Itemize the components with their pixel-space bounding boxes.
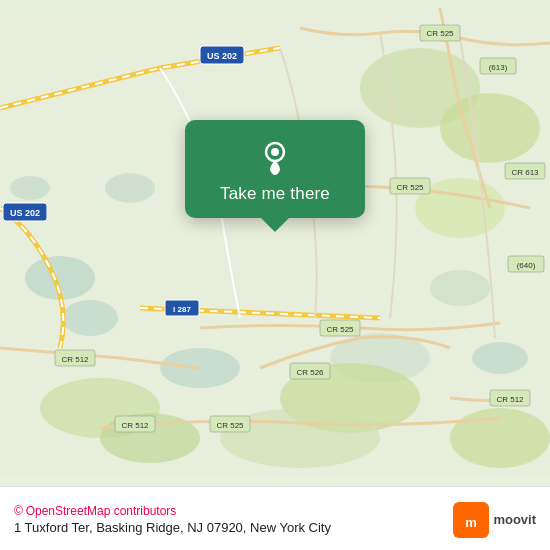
copyright-symbol: © [14, 504, 23, 518]
svg-text:CR 526: CR 526 [296, 368, 324, 377]
map-background: US 202 US 202 CR 525 (613) CR 525 CR 613… [0, 0, 550, 486]
svg-text:CR 525: CR 525 [396, 183, 424, 192]
address-label: 1 Tuxford Ter, Basking Ridge, NJ 07920, … [14, 520, 331, 535]
svg-point-10 [440, 93, 540, 163]
osm-text: OpenStreetMap contributors [26, 504, 177, 518]
svg-point-2 [62, 300, 118, 336]
svg-point-48 [271, 148, 279, 156]
osm-credit: © OpenStreetMap contributors [14, 504, 331, 518]
bottom-left-info: © OpenStreetMap contributors 1 Tuxford T… [14, 504, 331, 535]
take-me-there-label: Take me there [220, 184, 330, 204]
app-container: US 202 US 202 CR 525 (613) CR 525 CR 613… [0, 0, 550, 550]
svg-text:CR 512: CR 512 [121, 421, 149, 430]
svg-text:CR 525: CR 525 [216, 421, 244, 430]
location-pin-icon [256, 138, 294, 176]
map-area: US 202 US 202 CR 525 (613) CR 525 CR 613… [0, 0, 550, 486]
svg-text:US 202: US 202 [207, 51, 237, 61]
moovit-label: moovit [493, 512, 536, 527]
svg-text:(640): (640) [517, 261, 536, 270]
svg-text:I 287: I 287 [173, 305, 191, 314]
svg-text:CR 525: CR 525 [326, 325, 354, 334]
svg-point-16 [450, 408, 550, 468]
svg-text:CR 512: CR 512 [496, 395, 524, 404]
svg-point-8 [10, 176, 50, 200]
svg-text:CR 613: CR 613 [511, 168, 539, 177]
svg-text:CR 525: CR 525 [426, 29, 454, 38]
svg-text:US 202: US 202 [10, 208, 40, 218]
svg-point-7 [105, 173, 155, 203]
navigate-button[interactable]: Take me there [185, 120, 365, 218]
bottom-bar: © OpenStreetMap contributors 1 Tuxford T… [0, 486, 550, 550]
svg-text:(613): (613) [489, 63, 508, 72]
svg-text:m: m [466, 515, 478, 530]
moovit-icon: m [453, 502, 489, 538]
svg-point-6 [472, 342, 528, 374]
svg-point-5 [430, 270, 490, 306]
moovit-logo: m moovit [453, 502, 536, 538]
svg-text:CR 512: CR 512 [61, 355, 89, 364]
